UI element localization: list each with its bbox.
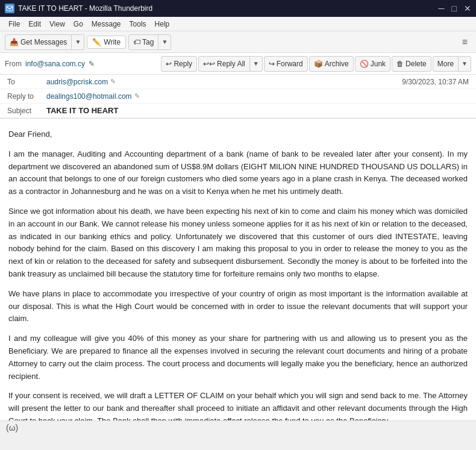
reply-button[interactable]: ↩ Reply	[161, 56, 197, 72]
to-label: To	[7, 78, 46, 86]
window-controls[interactable]: ─ □ ✕	[439, 4, 471, 13]
email-fields: To audris@pcrisk.com ✎ 9/30/2023, 10:37 …	[0, 75, 476, 119]
menu-help[interactable]: Help	[151, 19, 174, 30]
from-short: From info@sana.com.cy ✎	[5, 60, 95, 68]
minimize-btn[interactable]: ─	[439, 4, 445, 13]
paragraph-3: We have plans in place to accommodate yo…	[8, 288, 468, 325]
reply-all-btn-group[interactable]: ↩↩ Reply All ▼	[198, 56, 263, 72]
reply-to-edit-icon[interactable]: ✎	[134, 92, 140, 100]
more-btn-group[interactable]: More ▼	[433, 56, 471, 72]
title-bar-left: TAKE IT TO HEART - Mozilla Thunderbird	[5, 4, 152, 13]
reply-to-email[interactable]: dealings100@hotmail.com	[46, 92, 132, 101]
menu-edit[interactable]: Edit	[25, 19, 45, 30]
archive-button[interactable]: 📦 Archive	[309, 56, 354, 72]
forward-button[interactable]: ↪ Forward	[264, 56, 308, 72]
more-dropdown[interactable]: ▼	[459, 57, 471, 71]
from-edit-icon[interactable]: ✎	[89, 60, 95, 68]
reply-to-label: Reply to	[7, 92, 46, 101]
app-icon	[5, 4, 14, 13]
get-messages-icon: 📥	[10, 38, 19, 46]
delete-icon: 🗑	[396, 60, 404, 68]
tag-btn-group[interactable]: 🏷 Tag ▼	[128, 34, 171, 50]
tag-dropdown[interactable]: ▼	[158, 35, 171, 49]
menu-message[interactable]: Message	[88, 19, 125, 30]
reply-to-value: dealings100@hotmail.com ✎	[46, 92, 140, 101]
to-value: audris@pcrisk.com ✎	[46, 78, 116, 86]
close-btn[interactable]: ✕	[464, 4, 471, 13]
get-messages-button[interactable]: 📥 Get Messages	[5, 35, 72, 49]
email-date: 9/30/2023, 10:37 AM	[402, 78, 469, 86]
maximize-btn[interactable]: □	[452, 4, 457, 13]
menu-tools[interactable]: Tools	[126, 19, 150, 30]
menu-bar: File Edit View Go Message Tools Help	[0, 17, 476, 31]
reply-all-button[interactable]: ↩↩ Reply All	[199, 57, 250, 71]
forward-icon: ↪	[269, 60, 275, 68]
tag-button[interactable]: 🏷 Tag	[129, 35, 158, 49]
status-bar: (ω)	[0, 420, 476, 434]
reply-icon: ↩	[166, 60, 172, 68]
to-edit-icon[interactable]: ✎	[110, 78, 116, 86]
reply-all-dropdown[interactable]: ▼	[250, 57, 262, 71]
paragraph-5: If your consent is received, we will dra…	[8, 390, 468, 420]
write-button[interactable]: ✏️ Write	[87, 36, 126, 49]
tag-icon: 🏷	[133, 38, 140, 46]
email-action-bar: From info@sana.com.cy ✎ ↩ Reply ↩↩ Reply…	[0, 53, 476, 75]
archive-icon: 📦	[314, 60, 323, 68]
title-text: TAKE IT TO HEART - Mozilla Thunderbird	[18, 4, 152, 13]
action-buttons: ↩ Reply ↩↩ Reply All ▼ ↪ Forward 📦 Archi…	[161, 56, 471, 72]
paragraph-2: Since we got information about his death…	[8, 205, 468, 281]
reply-to-row: Reply to dealings100@hotmail.com ✎	[0, 89, 476, 104]
title-bar: TAKE IT TO HEART - Mozilla Thunderbird ─…	[0, 0, 476, 17]
get-messages-dropdown[interactable]: ▼	[72, 35, 84, 49]
greeting: Dear Friend,	[8, 128, 468, 141]
subject-label: Subject	[7, 107, 46, 115]
junk-icon: 🚫	[360, 60, 369, 68]
reply-all-icon: ↩↩	[203, 60, 215, 68]
paragraph-4: I and my colleague will give you 40% of …	[8, 333, 468, 383]
to-row: To audris@pcrisk.com ✎ 9/30/2023, 10:37 …	[0, 75, 476, 89]
subject-row: Subject TAKE IT TO HEART	[0, 104, 476, 118]
menu-go[interactable]: Go	[70, 19, 87, 30]
write-icon: ✏️	[92, 38, 101, 46]
email-body: Dear Friend, I am the manager, Auditing …	[0, 119, 476, 420]
to-email[interactable]: audris@pcrisk.com	[46, 78, 108, 86]
main-toolbar: 📥 Get Messages ▼ ✏️ Write 🏷 Tag ▼ ≡	[0, 31, 476, 53]
from-value-short: info@sana.com.cy	[25, 60, 85, 68]
menu-file[interactable]: File	[5, 19, 23, 30]
junk-button[interactable]: 🚫 Junk	[355, 56, 390, 72]
from-label-short: From	[5, 60, 22, 68]
hamburger-menu[interactable]: ≡	[459, 36, 471, 49]
status-icon: (ω)	[6, 423, 18, 433]
more-button[interactable]: More	[433, 57, 459, 71]
get-messages-btn-group[interactable]: 📥 Get Messages ▼	[5, 34, 84, 50]
paragraph-1: I am the manager, Auditing and Accountin…	[8, 148, 468, 198]
menu-view[interactable]: View	[46, 19, 69, 30]
subject-value: TAKE IT TO HEART	[46, 106, 118, 115]
delete-button[interactable]: 🗑 Delete	[392, 56, 431, 72]
